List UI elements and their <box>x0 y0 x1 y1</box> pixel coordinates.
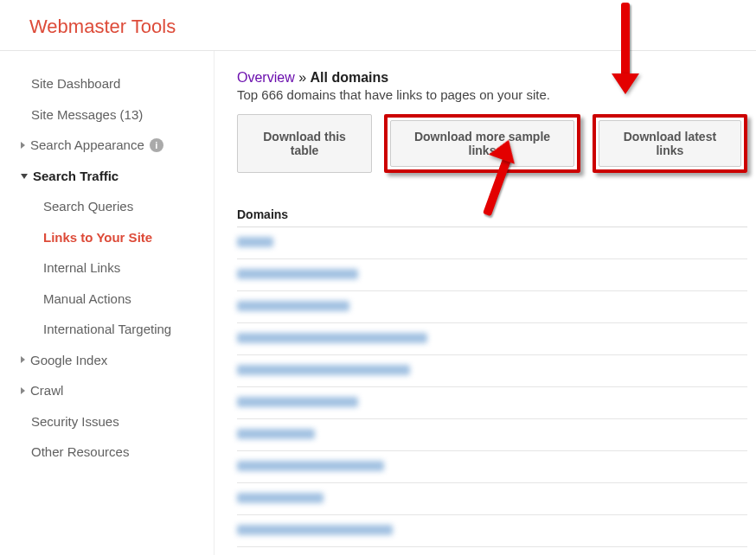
sidebar-item-links-to-site[interactable]: Links to Your Site <box>17 222 214 253</box>
sidebar-item-internal-links[interactable]: Internal Links <box>17 252 214 284</box>
chevron-right-icon <box>21 142 25 149</box>
blurred-domain-text <box>237 525 393 535</box>
blurred-domain-text <box>237 365 410 375</box>
sidebar-item-search-queries[interactable]: Search Queries <box>17 191 214 222</box>
sidebar-label: Google Index <box>30 352 107 369</box>
blurred-domain-text <box>237 301 349 311</box>
table-row[interactable] <box>237 291 747 323</box>
sidebar-item-intl-targeting[interactable]: International Targeting <box>17 314 214 345</box>
blurred-domain-text <box>237 461 384 471</box>
sidebar-section-search-appearance[interactable]: Search Appearance i <box>17 130 214 161</box>
chevron-down-icon <box>21 174 28 179</box>
table-row[interactable] <box>237 515 747 547</box>
highlight-box: Download latest links <box>593 114 747 173</box>
sidebar-item-dashboard[interactable]: Site Dashboard <box>17 68 214 99</box>
sidebar: Site Dashboard Site Messages (13) Search… <box>0 51 215 555</box>
sidebar-item-security-issues[interactable]: Security Issues <box>17 406 214 437</box>
table-row[interactable] <box>237 259 747 291</box>
blurred-domain-text <box>237 237 273 247</box>
blurred-domain-text <box>237 429 315 439</box>
breadcrumb-current: All domains <box>311 70 389 85</box>
download-more-sample-links-button[interactable]: Download more sample links <box>390 120 574 167</box>
chevron-right-icon <box>21 387 25 394</box>
download-latest-links-button[interactable]: Download latest links <box>599 120 741 167</box>
sidebar-item-messages[interactable]: Site Messages (13) <box>17 99 214 131</box>
breadcrumb-separator: » <box>298 70 306 85</box>
sidebar-section-crawl[interactable]: Crawl <box>17 375 214 406</box>
table-row[interactable] <box>237 227 747 259</box>
blurred-domain-text <box>237 397 358 407</box>
highlight-box: Download more sample links <box>384 114 580 173</box>
table-row[interactable] <box>237 387 747 419</box>
table-row[interactable] <box>237 451 747 483</box>
table-row[interactable] <box>237 483 747 515</box>
info-icon: i <box>150 138 163 152</box>
breadcrumb: Overview » All domains <box>237 70 747 86</box>
domains-column-header: Domains <box>237 202 747 227</box>
blurred-domain-text <box>237 493 324 503</box>
sidebar-item-manual-actions[interactable]: Manual Actions <box>17 284 214 315</box>
table-row[interactable] <box>237 355 747 387</box>
table-row[interactable] <box>237 323 747 355</box>
sidebar-item-other-resources[interactable]: Other Resources <box>17 437 214 468</box>
blurred-domain-text <box>237 269 358 279</box>
app-title: Webmaster Tools <box>29 16 727 38</box>
table-row[interactable] <box>237 419 747 451</box>
sidebar-section-search-traffic[interactable]: Search Traffic <box>17 161 214 192</box>
button-row: Download this table Download more sample… <box>237 114 747 173</box>
main-content: Overview » All domains Top 666 domains t… <box>215 51 756 555</box>
chevron-right-icon <box>21 356 25 363</box>
blurred-domain-text <box>237 333 427 343</box>
sidebar-label: Crawl <box>30 382 63 399</box>
breadcrumb-overview-link[interactable]: Overview <box>237 70 295 85</box>
sidebar-label: Search Appearance <box>30 137 144 154</box>
download-table-button[interactable]: Download this table <box>237 114 372 173</box>
domains-table <box>237 227 747 547</box>
sidebar-label: Search Traffic <box>33 168 119 185</box>
sidebar-section-google-index[interactable]: Google Index <box>17 345 214 376</box>
page-subtitle: Top 666 domains that have links to pages… <box>237 87 747 102</box>
